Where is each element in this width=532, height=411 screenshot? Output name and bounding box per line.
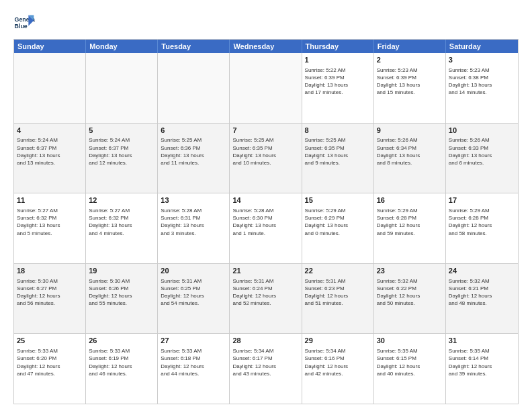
day-cell-11: 11Sunrise: 5:27 AM Sunset: 6:32 PM Dayli…: [14, 193, 86, 263]
calendar-row-1: 1Sunrise: 5:22 AM Sunset: 6:39 PM Daylig…: [14, 53, 518, 123]
day-cell-12: 12Sunrise: 5:27 AM Sunset: 6:32 PM Dayli…: [86, 193, 158, 263]
day-cell-13: 13Sunrise: 5:28 AM Sunset: 6:31 PM Dayli…: [158, 193, 230, 263]
day-number: 2: [377, 55, 443, 65]
day-info: Sunrise: 5:29 AM Sunset: 6:28 PM Dayligh…: [377, 207, 443, 237]
day-info: Sunrise: 5:32 AM Sunset: 6:22 PM Dayligh…: [377, 277, 443, 308]
day-number: 17: [449, 195, 515, 205]
day-number: 31: [449, 336, 515, 346]
header-cell-sunday: Sunday: [14, 40, 86, 53]
logo-icon: General Blue: [13, 11, 35, 32]
day-info: Sunrise: 5:28 AM Sunset: 6:30 PM Dayligh…: [232, 207, 298, 237]
day-number: 4: [17, 126, 83, 136]
day-info: Sunrise: 5:33 AM Sunset: 6:20 PM Dayligh…: [17, 347, 83, 377]
day-info: Sunrise: 5:23 AM Sunset: 6:39 PM Dayligh…: [377, 66, 443, 97]
calendar-row-5: 25Sunrise: 5:33 AM Sunset: 6:20 PM Dayli…: [14, 333, 518, 404]
day-info: Sunrise: 5:27 AM Sunset: 6:32 PM Dayligh…: [17, 207, 83, 237]
calendar: SundayMondayTuesdayWednesdayThursdayFrid…: [13, 39, 519, 404]
header-cell-wednesday: Wednesday: [230, 40, 302, 53]
day-number: 27: [161, 336, 226, 346]
calendar-row-3: 11Sunrise: 5:27 AM Sunset: 6:32 PM Dayli…: [14, 193, 518, 263]
day-info: Sunrise: 5:31 AM Sunset: 6:25 PM Dayligh…: [161, 277, 226, 308]
day-info: Sunrise: 5:29 AM Sunset: 6:29 PM Dayligh…: [305, 207, 371, 237]
day-cell-15: 15Sunrise: 5:29 AM Sunset: 6:29 PM Dayli…: [302, 193, 374, 263]
header: General Blue: [13, 11, 519, 32]
day-cell-3: 3Sunrise: 5:23 AM Sunset: 6:38 PM Daylig…: [446, 53, 518, 123]
header-cell-monday: Monday: [86, 40, 158, 53]
day-cell-19: 19Sunrise: 5:30 AM Sunset: 6:26 PM Dayli…: [86, 264, 158, 334]
day-info: Sunrise: 5:31 AM Sunset: 6:23 PM Dayligh…: [305, 277, 371, 308]
day-info: Sunrise: 5:30 AM Sunset: 6:26 PM Dayligh…: [89, 277, 154, 308]
empty-cell: [230, 53, 302, 123]
day-cell-28: 28Sunrise: 5:34 AM Sunset: 6:17 PM Dayli…: [230, 334, 302, 404]
day-info: Sunrise: 5:26 AM Sunset: 6:34 PM Dayligh…: [377, 136, 443, 167]
day-cell-10: 10Sunrise: 5:26 AM Sunset: 6:33 PM Dayli…: [446, 124, 518, 193]
day-number: 9: [377, 126, 443, 136]
day-cell-31: 31Sunrise: 5:35 AM Sunset: 6:14 PM Dayli…: [446, 334, 518, 404]
day-number: 13: [161, 195, 226, 205]
calendar-row-2: 4Sunrise: 5:24 AM Sunset: 6:37 PM Daylig…: [14, 123, 518, 193]
day-number: 20: [161, 266, 226, 276]
day-cell-25: 25Sunrise: 5:33 AM Sunset: 6:20 PM Dayli…: [14, 334, 86, 404]
day-number: 18: [17, 266, 83, 276]
svg-text:Blue: Blue: [15, 23, 28, 30]
day-info: Sunrise: 5:33 AM Sunset: 6:18 PM Dayligh…: [161, 347, 226, 377]
day-cell-5: 5Sunrise: 5:24 AM Sunset: 6:37 PM Daylig…: [86, 124, 158, 193]
header-cell-saturday: Saturday: [446, 40, 518, 53]
day-number: 3: [449, 55, 515, 65]
day-number: 6: [161, 126, 226, 136]
day-cell-29: 29Sunrise: 5:34 AM Sunset: 6:16 PM Dayli…: [302, 334, 374, 404]
page: General Blue SundayMondayTuesdayWednesda…: [0, 0, 532, 411]
header-cell-tuesday: Tuesday: [158, 40, 230, 53]
day-cell-23: 23Sunrise: 5:32 AM Sunset: 6:22 PM Dayli…: [374, 264, 446, 334]
day-info: Sunrise: 5:28 AM Sunset: 6:31 PM Dayligh…: [161, 207, 226, 237]
empty-cell: [14, 53, 86, 123]
day-number: 15: [305, 195, 371, 205]
day-number: 22: [305, 266, 371, 276]
day-info: Sunrise: 5:32 AM Sunset: 6:21 PM Dayligh…: [449, 277, 515, 308]
day-cell-26: 26Sunrise: 5:33 AM Sunset: 6:19 PM Dayli…: [86, 334, 158, 404]
header-cell-thursday: Thursday: [302, 40, 374, 53]
day-cell-9: 9Sunrise: 5:26 AM Sunset: 6:34 PM Daylig…: [374, 124, 446, 193]
day-cell-21: 21Sunrise: 5:31 AM Sunset: 6:24 PM Dayli…: [230, 264, 302, 334]
day-cell-18: 18Sunrise: 5:30 AM Sunset: 6:27 PM Dayli…: [14, 264, 86, 334]
day-info: Sunrise: 5:25 AM Sunset: 6:35 PM Dayligh…: [305, 136, 371, 167]
day-cell-17: 17Sunrise: 5:29 AM Sunset: 6:28 PM Dayli…: [446, 193, 518, 263]
day-info: Sunrise: 5:24 AM Sunset: 6:37 PM Dayligh…: [17, 136, 83, 167]
day-info: Sunrise: 5:22 AM Sunset: 6:39 PM Dayligh…: [305, 66, 371, 97]
day-info: Sunrise: 5:30 AM Sunset: 6:27 PM Dayligh…: [17, 277, 83, 308]
day-cell-16: 16Sunrise: 5:29 AM Sunset: 6:28 PM Dayli…: [374, 193, 446, 263]
calendar-body: 1Sunrise: 5:22 AM Sunset: 6:39 PM Daylig…: [14, 53, 518, 404]
day-cell-2: 2Sunrise: 5:23 AM Sunset: 6:39 PM Daylig…: [374, 53, 446, 123]
day-info: Sunrise: 5:26 AM Sunset: 6:33 PM Dayligh…: [449, 136, 515, 167]
day-cell-22: 22Sunrise: 5:31 AM Sunset: 6:23 PM Dayli…: [302, 264, 374, 334]
day-cell-4: 4Sunrise: 5:24 AM Sunset: 6:37 PM Daylig…: [14, 124, 86, 193]
empty-cell: [86, 53, 158, 123]
empty-cell: [158, 53, 230, 123]
day-number: 21: [232, 266, 298, 276]
day-info: Sunrise: 5:34 AM Sunset: 6:17 PM Dayligh…: [232, 347, 298, 377]
day-number: 24: [449, 266, 515, 276]
day-cell-24: 24Sunrise: 5:32 AM Sunset: 6:21 PM Dayli…: [446, 264, 518, 334]
day-number: 16: [377, 195, 443, 205]
day-number: 23: [377, 266, 443, 276]
day-number: 25: [17, 336, 83, 346]
day-info: Sunrise: 5:35 AM Sunset: 6:15 PM Dayligh…: [377, 347, 443, 377]
day-info: Sunrise: 5:31 AM Sunset: 6:24 PM Dayligh…: [232, 277, 298, 308]
day-number: 10: [449, 126, 515, 136]
day-number: 12: [89, 195, 154, 205]
day-number: 19: [89, 266, 154, 276]
day-cell-8: 8Sunrise: 5:25 AM Sunset: 6:35 PM Daylig…: [302, 124, 374, 193]
day-cell-14: 14Sunrise: 5:28 AM Sunset: 6:30 PM Dayli…: [230, 193, 302, 263]
day-info: Sunrise: 5:33 AM Sunset: 6:19 PM Dayligh…: [89, 347, 154, 377]
calendar-header: SundayMondayTuesdayWednesdayThursdayFrid…: [14, 40, 518, 53]
day-cell-1: 1Sunrise: 5:22 AM Sunset: 6:39 PM Daylig…: [302, 53, 374, 123]
day-cell-30: 30Sunrise: 5:35 AM Sunset: 6:15 PM Dayli…: [374, 334, 446, 404]
day-number: 5: [89, 126, 154, 136]
day-info: Sunrise: 5:25 AM Sunset: 6:36 PM Dayligh…: [161, 136, 226, 167]
day-number: 1: [305, 55, 371, 65]
day-cell-27: 27Sunrise: 5:33 AM Sunset: 6:18 PM Dayli…: [158, 334, 230, 404]
day-info: Sunrise: 5:34 AM Sunset: 6:16 PM Dayligh…: [305, 347, 371, 377]
day-number: 30: [377, 336, 443, 346]
calendar-row-4: 18Sunrise: 5:30 AM Sunset: 6:27 PM Dayli…: [14, 263, 518, 334]
day-number: 26: [89, 336, 154, 346]
